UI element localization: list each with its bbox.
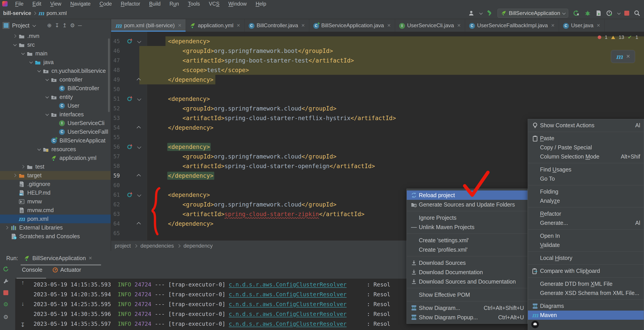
chevron-down-icon[interactable] xyxy=(27,61,34,63)
breadcrumb-dependencies-tag[interactable]: dependencies xyxy=(140,243,174,249)
chevron-down-icon[interactable] xyxy=(35,148,42,151)
log-logger-link[interactable]: c.n.d.s.r.aws.ConfigClusterResolver xyxy=(229,311,346,317)
tree-item-resources[interactable]: resources xyxy=(0,145,111,154)
menu-item-column-selection-mode[interactable]: Column Selection ModeAlt+Shif xyxy=(528,152,644,161)
debug-button[interactable] xyxy=(584,10,591,16)
run-button[interactable] xyxy=(573,9,580,17)
code-line-51[interactable]: 51<dependency> xyxy=(111,94,644,104)
menu-help[interactable]: Help xyxy=(251,0,270,7)
tree-item-.mvn[interactable]: .mvn xyxy=(0,32,111,40)
menu-item-analyze[interactable]: Analyze xyxy=(528,196,644,205)
code-line-47[interactable]: 47<artifactId>spring-boot-starter-test</… xyxy=(111,56,644,65)
tree-item-application.yml[interactable]: application.yml xyxy=(0,154,111,162)
chevron-down-icon[interactable] xyxy=(44,96,50,98)
menu-vcs[interactable]: VCS xyxy=(204,0,224,7)
log-logger-link[interactable]: c.n.d.s.r.aws.ConfigClusterResolver xyxy=(229,291,346,298)
menu-window[interactable]: Window xyxy=(224,0,251,7)
fold-close-icon[interactable] xyxy=(134,174,144,177)
close-icon[interactable]: ✕ xyxy=(178,23,182,28)
chevron-down-icon[interactable] xyxy=(11,43,18,46)
locate-file-icon[interactable]: ⊕ xyxy=(47,22,52,28)
fold-open-icon[interactable] xyxy=(134,193,144,196)
chevron-right-icon[interactable] xyxy=(19,165,26,168)
run-configuration-select[interactable]: BillServiceApplication xyxy=(498,9,568,18)
close-icon[interactable]: ✕ xyxy=(457,23,461,28)
fold-open-icon[interactable] xyxy=(134,145,144,148)
menu-navigate[interactable]: Navigate xyxy=(66,0,95,7)
menu-item-refactor[interactable]: Refactor xyxy=(528,209,644,218)
chevron-right-icon[interactable] xyxy=(11,174,18,177)
chevron-down-icon[interactable] xyxy=(35,70,42,72)
dependency-gutter-icon[interactable] xyxy=(125,97,134,101)
close-icon[interactable]: ✕ xyxy=(626,54,630,59)
inspection-widget[interactable]: 1 13 ✔ 1 xyxy=(598,34,638,40)
menu-item-validate[interactable]: Validate xyxy=(528,240,644,250)
tree-item-src[interactable]: src xyxy=(0,40,111,49)
menu-item-maven[interactable]: mMaven xyxy=(528,311,644,320)
menu-item-reload-project[interactable]: Reload project xyxy=(407,190,528,200)
tree-item-mvnw[interactable]: mvnw xyxy=(0,197,111,206)
close-icon[interactable]: ✕ xyxy=(596,23,600,28)
user-dropdown-icon[interactable] xyxy=(479,11,483,15)
menu-item-paste[interactable]: Paste xyxy=(528,134,644,143)
close-icon[interactable]: ✕ xyxy=(551,23,555,28)
maven-reload-floating-widget[interactable]: m ✕ xyxy=(611,50,635,63)
hide-panel-icon[interactable]: ─ xyxy=(78,22,82,28)
code-line-50[interactable]: 50 xyxy=(111,84,644,94)
menu-item-unlink-maven-projects[interactable]: —Unlink Maven Projects xyxy=(407,222,528,232)
tree-item-controller[interactable]: controller xyxy=(0,75,111,84)
menu-item-diagrams[interactable]: Diagrams xyxy=(528,302,644,311)
menu-item-open-in[interactable]: Open In xyxy=(528,231,644,240)
expand-all-icon[interactable]: ↧ xyxy=(55,22,59,28)
build-hammer-icon[interactable] xyxy=(486,10,493,16)
tree-item-pom.xml[interactable]: mpom.xml xyxy=(0,215,111,223)
tab-console[interactable]: Console xyxy=(22,267,42,273)
project-panel-title[interactable]: Project xyxy=(12,22,30,29)
search-icon[interactable] xyxy=(634,10,640,16)
user-account-icon[interactable] xyxy=(468,10,475,16)
tree-item-external-libraries[interactable]: External Libraries xyxy=(0,223,111,232)
profiler-button[interactable] xyxy=(606,10,613,16)
tree-item-scratches-and-consoles[interactable]: Scratches and Consoles xyxy=(0,232,111,241)
menu-item-create-settings.xml-[interactable]: Create 'settings.xml' xyxy=(407,236,528,245)
chevron-down-icon[interactable] xyxy=(44,78,50,81)
menu-item-generate-dtd-from-xml-file[interactable]: Generate DTD from XML File xyxy=(528,279,644,289)
dependency-gutter-icon[interactable] xyxy=(125,39,134,43)
close-icon[interactable]: ✕ xyxy=(387,23,391,28)
stop-button[interactable] xyxy=(624,11,629,16)
tree-item-interfaces[interactable]: interfaces xyxy=(0,110,111,119)
menu-item-download-documentation[interactable]: Download Documentation xyxy=(407,268,528,277)
down-stacktrace-icon[interactable]: ↓ xyxy=(22,300,24,307)
tree-item-user[interactable]: CUser xyxy=(0,101,111,110)
code-line-49[interactable]: 49</dependency> xyxy=(111,75,644,84)
tab-user.java[interactable]: CUser.java✕ xyxy=(559,19,605,32)
up-stacktrace-icon[interactable]: ↑ xyxy=(22,279,24,286)
menu-tools[interactable]: Tools xyxy=(183,0,204,7)
close-icon[interactable]: ✕ xyxy=(301,23,305,28)
close-icon[interactable]: ✕ xyxy=(236,23,240,28)
menu-item-download-sources[interactable]: Download Sources xyxy=(407,258,528,268)
code-line-46[interactable]: 46<groupId>org.springframework.boot</gro… xyxy=(111,46,644,56)
log-logger-link[interactable]: c.n.d.s.r.aws.ConfigClusterResolver xyxy=(229,281,346,288)
tree-item-mvnw.cmd[interactable]: mvnw.cmd xyxy=(0,206,111,215)
tree-item-userservicecli[interactable]: IUserServiceCli xyxy=(0,119,111,128)
fold-close-icon[interactable] xyxy=(134,126,144,129)
tree-item-.gitignore[interactable]: .gitignore xyxy=(0,180,111,188)
menu-item-folding[interactable]: Folding xyxy=(528,187,644,196)
chevron-down-icon[interactable] xyxy=(44,113,50,116)
tab-actuator[interactable]: Actuator xyxy=(52,267,81,273)
tab-userservicecli.java[interactable]: IUserServiceCli.java✕ xyxy=(395,19,465,32)
project-tree-scrollbar[interactable] xyxy=(108,38,110,112)
tree-item-java[interactable]: java xyxy=(0,58,111,67)
tab-application.yml[interactable]: application.yml✕ xyxy=(186,19,245,32)
menu-refactor[interactable]: Refactor xyxy=(116,0,145,7)
breadcrumb-dependency-tag[interactable]: dependency xyxy=(184,243,213,249)
menu-file[interactable]: File xyxy=(11,0,28,7)
settings-gear-icon[interactable]: ⚙ xyxy=(3,301,8,308)
fold-close-icon[interactable] xyxy=(134,78,144,81)
tree-item-billcontroller[interactable]: CBillController xyxy=(0,84,111,93)
menu-item-show-diagram-popup...[interactable]: Show Diagram Popup...Ctrl+Alt+U xyxy=(407,313,528,322)
tab-billserviceapplication.java[interactable]: CBillServiceApplication.java✕ xyxy=(309,19,395,32)
menu-item-compare-with-clipboard[interactable]: Compare with Clipboard xyxy=(528,266,644,276)
chevron-right-icon[interactable] xyxy=(3,226,10,229)
